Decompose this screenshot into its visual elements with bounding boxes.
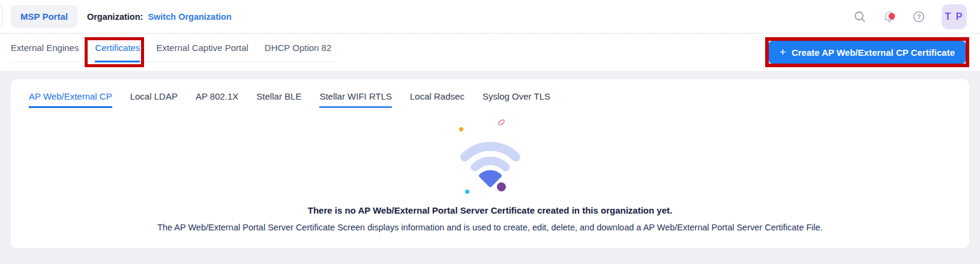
annotation-box-create-button: + Create AP Web/External CP Certificate [765, 37, 969, 67]
notifications-bell-icon[interactable] [883, 10, 896, 23]
left-panel-edge [0, 3, 2, 27]
decor-dot-cyan [465, 190, 469, 194]
subtab-stellar-ble[interactable]: Stellar BLE [256, 91, 301, 108]
subtab-local-ldap[interactable]: Local LDAP [130, 91, 178, 108]
plus-icon: + [780, 46, 786, 58]
empty-state-title: There is no AP Web/External Portal Serve… [29, 205, 951, 215]
tab-external-engines[interactable]: External Engines [11, 34, 79, 62]
organization-label: Organization: [87, 12, 143, 22]
subtab-local-radsec[interactable]: Local Radsec [410, 91, 464, 108]
user-avatar[interactable]: T P [942, 4, 967, 29]
content-area: AP Web/External CP Local LDAP AP 802.1X … [0, 71, 980, 264]
wifi-icon [454, 128, 526, 188]
subtab-syslog-over-tls[interactable]: Syslog Over TLS [482, 91, 550, 108]
certificates-card: AP Web/External CP Local LDAP AP 802.1X … [11, 79, 969, 248]
decor-dot-purple [497, 182, 506, 191]
tab-external-captive-portal[interactable]: External Captive Portal [156, 34, 248, 62]
certificate-subtabs: AP Web/External CP Local LDAP AP 802.1X … [29, 91, 951, 108]
main-tabbar: External Engines Certificates External C… [0, 34, 980, 71]
organization-section: Organization: Switch Organization [87, 12, 232, 22]
empty-state-illustration [412, 113, 568, 196]
decor-dot-orange [459, 127, 463, 131]
svg-text:?: ? [917, 13, 921, 20]
msp-portal-button[interactable]: MSP Portal [11, 5, 77, 28]
create-certificate-button-label: Create AP Web/External CP Certificate [792, 47, 955, 58]
help-icon[interactable]: ? [912, 10, 925, 23]
subtab-ap-8021x[interactable]: AP 802.1X [196, 91, 238, 108]
subtab-stellar-wifi-rtls[interactable]: Stellar WIFI RTLS [319, 91, 392, 108]
decor-ring-pink [496, 118, 505, 127]
create-certificate-button[interactable]: + Create AP Web/External CP Certificate [769, 41, 966, 64]
empty-state-description: The AP Web/External Portal Server Certif… [29, 223, 951, 232]
page: MSP Portal Organization: Switch Organiza… [0, 0, 980, 264]
header-actions: ? T P [853, 4, 967, 29]
tab-dhcp-option-82[interactable]: DHCP Option 82 [265, 34, 331, 62]
switch-organization-link[interactable]: Switch Organization [148, 12, 231, 22]
search-icon[interactable] [853, 10, 867, 23]
tab-certificates[interactable]: Certificates [95, 34, 140, 62]
main-tabs: External Engines Certificates External C… [11, 34, 336, 62]
header-bar: MSP Portal Organization: Switch Organiza… [0, 0, 980, 34]
subtab-ap-web-external-cp[interactable]: AP Web/External CP [29, 91, 112, 108]
